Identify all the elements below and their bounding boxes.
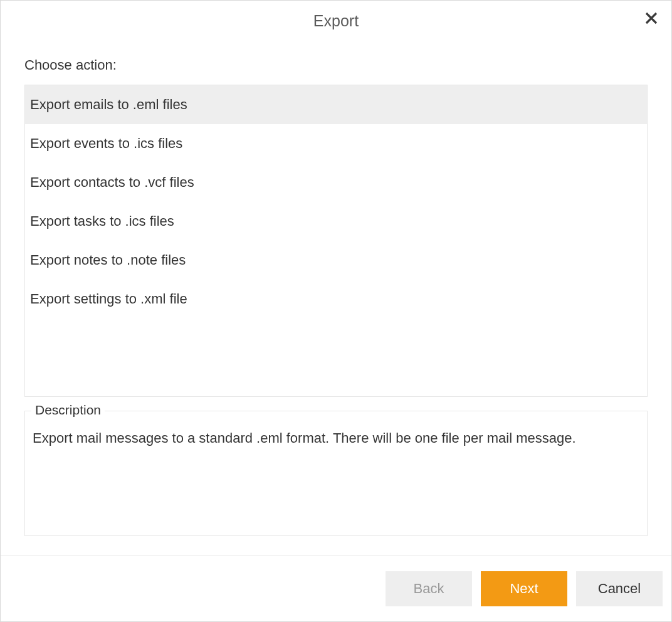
- list-item-label: Export notes to .note files: [30, 252, 186, 268]
- list-item-label: Export emails to .eml files: [30, 97, 187, 112]
- action-export-settings[interactable]: Export settings to .xml file: [25, 280, 647, 319]
- dialog-title: Export: [313, 12, 359, 30]
- list-item-label: Export settings to .xml file: [30, 291, 187, 307]
- dialog-footer: Back Next Cancel: [1, 555, 671, 621]
- close-button[interactable]: [644, 11, 659, 26]
- action-export-tasks[interactable]: Export tasks to .ics files: [25, 202, 647, 241]
- action-export-notes[interactable]: Export notes to .note files: [25, 241, 647, 280]
- description-group: Description Export mail messages to a st…: [24, 411, 648, 536]
- action-export-emails[interactable]: Export emails to .eml files: [25, 85, 647, 124]
- cancel-button[interactable]: Cancel: [576, 571, 663, 606]
- close-icon: [644, 17, 659, 28]
- choose-action-label: Choose action:: [24, 57, 648, 73]
- action-export-events[interactable]: Export events to .ics files: [25, 124, 647, 163]
- export-dialog: Export Choose action: Export emails to .…: [0, 0, 672, 622]
- dialog-body: Choose action: Export emails to .eml fil…: [1, 41, 671, 555]
- description-legend: Description: [31, 403, 105, 418]
- list-item-label: Export tasks to .ics files: [30, 213, 174, 229]
- action-export-contacts[interactable]: Export contacts to .vcf files: [25, 163, 647, 202]
- action-list[interactable]: Export emails to .eml files Export event…: [24, 85, 648, 397]
- next-button[interactable]: Next: [481, 571, 567, 606]
- list-item-label: Export contacts to .vcf files: [30, 174, 194, 190]
- description-text: Export mail messages to a standard .eml …: [33, 430, 639, 446]
- dialog-header: Export: [1, 1, 671, 41]
- back-button[interactable]: Back: [386, 571, 472, 606]
- list-item-label: Export events to .ics files: [30, 135, 182, 151]
